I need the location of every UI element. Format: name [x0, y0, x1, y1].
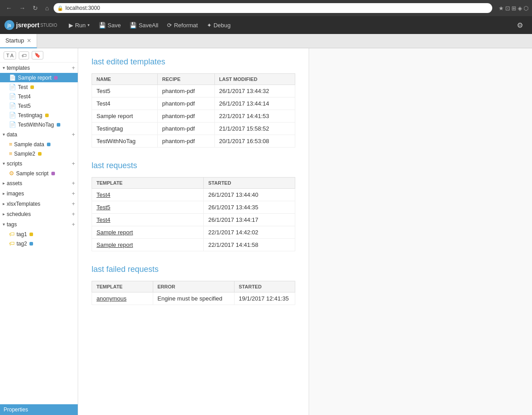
- table-row: Sample report 22/1/2017 14:42:02: [92, 226, 295, 239]
- run-button[interactable]: ▶ Run ▾: [64, 16, 94, 34]
- sidebar-content: ▾ templates + 📄 Sample report 📄 Test 📄 T…: [0, 63, 78, 404]
- sidebar-item-test[interactable]: 📄 Test: [0, 82, 78, 92]
- schedules-section-header[interactable]: ▸ schedules +: [0, 209, 78, 219]
- modified-cell: 20/1/2017 16:53:08: [214, 135, 295, 148]
- template-link-cell[interactable]: Sample report: [92, 239, 204, 251]
- saveall-button[interactable]: 💾 SaveAll: [125, 16, 163, 34]
- home-button[interactable]: ⌂: [43, 4, 51, 13]
- data-add-icon[interactable]: +: [71, 131, 75, 138]
- debug-button[interactable]: ✦ Debug: [202, 16, 235, 34]
- table-row: Test5 phantom-pdf 26/1/2017 13:44:32: [92, 85, 295, 97]
- item-label: Testingtag: [18, 112, 42, 119]
- table-row: anonymous Engine must be specified 19/1/…: [92, 292, 295, 305]
- reload-button[interactable]: ↻: [30, 4, 40, 13]
- settings-icon[interactable]: ⚙: [512, 19, 528, 32]
- reformat-button[interactable]: ⟳ Reformat: [163, 16, 202, 34]
- item-label: tag1: [17, 231, 27, 237]
- template-link-cell[interactable]: Test5: [92, 201, 204, 214]
- xlsx-section-header[interactable]: ▸ xlsxTemplates +: [0, 199, 78, 209]
- images-section-header[interactable]: ▸ images +: [0, 188, 78, 199]
- tab-close-icon[interactable]: ✕: [27, 38, 31, 44]
- sidebar-item-sample-script[interactable]: ⚙ Sample script: [0, 169, 78, 178]
- images-add-icon[interactable]: +: [71, 190, 75, 197]
- tab-startup[interactable]: Startup ✕: [0, 34, 37, 48]
- sidebar-item-sample-report[interactable]: 📄 Sample report: [0, 73, 78, 82]
- table-row: TestWithNoTag phantom-pdf 20/1/2017 16:5…: [92, 135, 295, 148]
- address-bar[interactable]: 🔒 localhost:3000: [54, 3, 492, 13]
- sidebar-item-test5[interactable]: 📄 Test5: [0, 101, 78, 110]
- tag-indicator: [30, 85, 34, 89]
- assets-add-icon[interactable]: +: [71, 180, 75, 186]
- sidebar-item-tag2[interactable]: 🏷 tag2: [0, 239, 78, 248]
- saveall-label: SaveAll: [138, 22, 158, 29]
- tab-startup-label: Startup: [5, 37, 24, 44]
- tag-filter-button[interactable]: 🏷: [19, 51, 29, 59]
- sidebar-item-sample2[interactable]: ≡ Sample2: [0, 149, 78, 158]
- sidebar-item-testwithnotag[interactable]: 📄 TestWithNoTag: [0, 120, 78, 129]
- last-requests-title: last requests: [92, 161, 295, 170]
- tags-section-header[interactable]: ▾ tags +: [0, 219, 78, 229]
- col-started-header: STARTED: [204, 178, 295, 189]
- recipe-cell: phantom-pdf: [158, 135, 214, 148]
- address-text: localhost:3000: [65, 5, 100, 11]
- recipe-cell: phantom-pdf: [158, 97, 214, 110]
- item-label: Sample report: [18, 75, 51, 81]
- content-area: last edited templates NAME RECIPE LAST M…: [78, 48, 309, 415]
- template-link-cell[interactable]: Sample report: [92, 226, 204, 239]
- template-link-cell[interactable]: anonymous: [92, 292, 153, 305]
- templates-add-icon[interactable]: +: [71, 64, 75, 71]
- xlsx-arrow: ▸: [3, 201, 5, 206]
- tag-indicator: [47, 143, 50, 146]
- scripts-label: scripts: [7, 161, 70, 167]
- doc-icon: 📄: [9, 84, 16, 90]
- sidebar-section-images: ▸ images +: [0, 188, 78, 199]
- last-edited-title: last edited templates: [92, 57, 295, 67]
- assets-label: assets: [7, 180, 70, 186]
- sidebar-section-xlsx: ▸ xlsxTemplates +: [0, 199, 78, 209]
- xlsx-add-icon[interactable]: +: [71, 200, 75, 207]
- reformat-icon: ⟳: [167, 22, 172, 29]
- saveall-icon: 💾: [130, 22, 137, 29]
- properties-bar[interactable]: Properties: [0, 404, 78, 415]
- error-cell: Engine must be specified: [153, 292, 234, 305]
- sidebar-item-sample-data[interactable]: ≡ Sample data: [0, 140, 78, 149]
- save-button[interactable]: 💾 Save: [94, 16, 126, 34]
- font-size-tool-button[interactable]: T A: [4, 51, 16, 59]
- tag-button[interactable]: 🔖: [32, 51, 43, 59]
- schedules-add-icon[interactable]: +: [71, 211, 75, 217]
- template-link-cell[interactable]: Test4: [92, 189, 204, 201]
- tag-indicator: [38, 152, 42, 156]
- debug-icon: ✦: [207, 22, 212, 29]
- templates-section-header[interactable]: ▾ templates +: [0, 63, 78, 73]
- browser-chrome: ← → ↻ ⌂ 🔒 localhost:3000 ★ ⊡ ⊞ ◈ ⬡: [0, 0, 532, 16]
- sidebar-item-tag1[interactable]: 🏷 tag1: [0, 229, 78, 239]
- data-section-header[interactable]: ▾ data +: [0, 129, 78, 140]
- assets-section-header[interactable]: ▸ assets +: [0, 178, 78, 188]
- sidebar-item-testingtag[interactable]: 📄 Testingtag: [0, 110, 78, 120]
- tag-indicator: [29, 242, 33, 246]
- tags-add-icon[interactable]: +: [71, 221, 75, 228]
- scripts-add-icon[interactable]: +: [71, 160, 75, 167]
- forward-button[interactable]: →: [17, 4, 28, 13]
- col-recipe-header: RECIPE: [158, 74, 214, 85]
- assets-arrow: ▸: [3, 181, 5, 186]
- sidebar-section-assets: ▸ assets +: [0, 178, 78, 188]
- template-name-cell: Test4: [92, 97, 158, 110]
- app-toolbar: js jsreport STUDIO ▶ Run ▾ 💾 Save 💾 Save…: [0, 16, 532, 34]
- scripts-section-header[interactable]: ▾ scripts +: [0, 158, 78, 169]
- db-icon: ≡: [9, 150, 13, 157]
- table-row: Test4 phantom-pdf 26/1/2017 13:44:14: [92, 97, 295, 110]
- table-row: Test4 26/1/2017 13:44:40: [92, 189, 295, 201]
- template-link-cell[interactable]: Test4: [92, 214, 204, 226]
- sidebar-section-data: ▾ data + ≡ Sample data ≡ Sample2: [0, 129, 78, 158]
- template-name-cell: Sample report: [92, 110, 158, 123]
- table-row: Test4 26/1/2017 13:44:17: [92, 214, 295, 226]
- table-row: Test5 26/1/2017 13:44:35: [92, 201, 295, 214]
- back-button[interactable]: ←: [4, 4, 14, 13]
- col-template-failed-header: TEMPLATE: [92, 281, 153, 292]
- properties-label: Properties: [4, 407, 28, 413]
- sidebar-item-test4[interactable]: 📄 Test4: [0, 92, 78, 101]
- last-edited-table: NAME RECIPE LAST MODIFIED Test5 phantom-…: [92, 73, 295, 148]
- ext-icon-1: ★: [498, 5, 504, 12]
- run-icon: ▶: [69, 22, 73, 29]
